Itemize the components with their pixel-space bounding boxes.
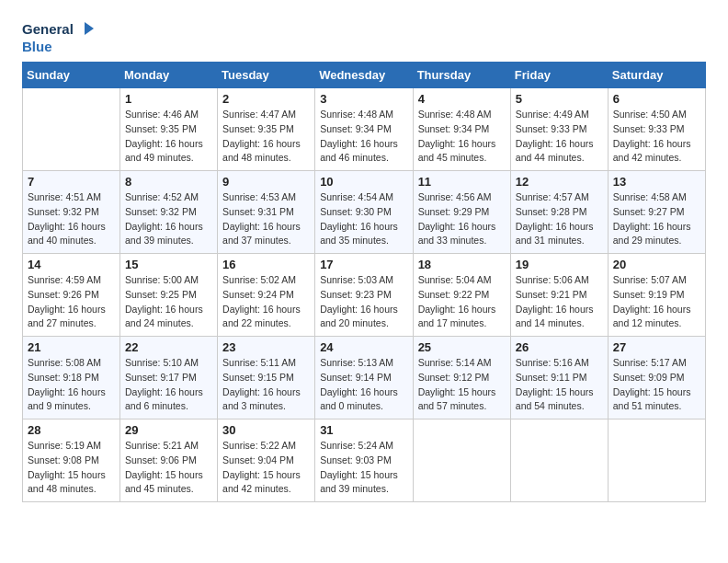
- day-number: 21: [28, 340, 115, 354]
- day-detail: Sunrise: 5:04 AMSunset: 9:22 PMDaylight:…: [418, 273, 506, 331]
- day-detail: Sunrise: 5:17 AMSunset: 9:09 PMDaylight:…: [613, 356, 700, 414]
- dow-header-monday: Monday: [120, 63, 218, 88]
- day-detail: Sunrise: 4:46 AMSunset: 9:35 PMDaylight:…: [125, 108, 212, 166]
- calendar-cell: 12Sunrise: 4:57 AMSunset: 9:28 PMDayligh…: [510, 171, 608, 254]
- day-detail: Sunrise: 5:03 AMSunset: 9:23 PMDaylight:…: [320, 273, 407, 331]
- day-detail: Sunrise: 5:16 AMSunset: 9:11 PMDaylight:…: [516, 356, 603, 414]
- day-detail: Sunrise: 5:02 AMSunset: 9:24 PMDaylight:…: [222, 273, 310, 331]
- day-number: 6: [613, 92, 700, 106]
- day-number: 25: [418, 340, 506, 354]
- day-detail: Sunrise: 5:11 AMSunset: 9:15 PMDaylight:…: [222, 356, 310, 414]
- day-number: 1: [125, 92, 212, 106]
- day-detail: Sunrise: 4:50 AMSunset: 9:33 PMDaylight:…: [613, 108, 700, 166]
- day-detail: Sunrise: 5:14 AMSunset: 9:12 PMDaylight:…: [418, 356, 506, 414]
- day-number: 19: [516, 258, 603, 271]
- dow-header-tuesday: Tuesday: [218, 63, 315, 88]
- week-row-1: 1Sunrise: 4:46 AMSunset: 9:35 PMDaylight…: [23, 88, 706, 171]
- calendar-cell: 29Sunrise: 5:21 AMSunset: 9:06 PMDayligh…: [120, 419, 218, 502]
- days-of-week-row: SundayMondayTuesdayWednesdayThursdayFrid…: [23, 63, 706, 88]
- day-number: 4: [418, 92, 506, 106]
- calendar-cell: 13Sunrise: 4:58 AMSunset: 9:27 PMDayligh…: [608, 171, 705, 254]
- day-detail: Sunrise: 5:08 AMSunset: 9:18 PMDaylight:…: [28, 356, 115, 414]
- day-number: 31: [320, 423, 407, 437]
- day-number: 17: [320, 258, 407, 271]
- day-number: 18: [418, 258, 506, 271]
- calendar-cell: 28Sunrise: 5:19 AMSunset: 9:08 PMDayligh…: [23, 419, 120, 502]
- calendar-cell: 16Sunrise: 5:02 AMSunset: 9:24 PMDayligh…: [218, 254, 315, 337]
- day-number: 12: [516, 175, 603, 189]
- calendar-cell: 20Sunrise: 5:07 AMSunset: 9:19 PMDayligh…: [608, 254, 705, 337]
- calendar-cell: 23Sunrise: 5:11 AMSunset: 9:15 PMDayligh…: [218, 337, 315, 419]
- day-detail: Sunrise: 5:22 AMSunset: 9:04 PMDaylight:…: [222, 439, 310, 497]
- calendar-cell: 21Sunrise: 5:08 AMSunset: 9:18 PMDayligh…: [23, 337, 120, 419]
- day-detail: Sunrise: 4:56 AMSunset: 9:29 PMDaylight:…: [418, 190, 506, 248]
- day-number: 28: [28, 423, 115, 437]
- calendar-cell: 3Sunrise: 4:48 AMSunset: 9:34 PMDaylight…: [315, 88, 413, 171]
- calendar-cell: [608, 419, 705, 502]
- day-detail: Sunrise: 4:59 AMSunset: 9:26 PMDaylight:…: [28, 273, 115, 331]
- calendar-cell: 26Sunrise: 5:16 AMSunset: 9:11 PMDayligh…: [510, 337, 608, 419]
- day-detail: Sunrise: 5:19 AMSunset: 9:08 PMDaylight:…: [28, 439, 115, 497]
- day-detail: Sunrise: 5:06 AMSunset: 9:21 PMDaylight:…: [516, 273, 603, 331]
- calendar-cell: 11Sunrise: 4:56 AMSunset: 9:29 PMDayligh…: [413, 171, 510, 254]
- day-number: 15: [125, 258, 212, 271]
- dow-header-thursday: Thursday: [413, 63, 510, 88]
- day-number: 16: [222, 258, 310, 271]
- calendar-cell: 1Sunrise: 4:46 AMSunset: 9:35 PMDaylight…: [120, 88, 218, 171]
- logo-blue: Blue: [22, 39, 52, 54]
- calendar-cell: 19Sunrise: 5:06 AMSunset: 9:21 PMDayligh…: [510, 254, 608, 337]
- calendar-cell: [23, 88, 120, 171]
- calendar-cell: 5Sunrise: 4:49 AMSunset: 9:33 PMDaylight…: [510, 88, 608, 171]
- day-detail: Sunrise: 5:10 AMSunset: 9:17 PMDaylight:…: [125, 356, 212, 414]
- day-number: 8: [125, 175, 212, 189]
- calendar-cell: 17Sunrise: 5:03 AMSunset: 9:23 PMDayligh…: [315, 254, 413, 337]
- day-detail: Sunrise: 5:07 AMSunset: 9:19 PMDaylight:…: [613, 273, 700, 331]
- week-row-2: 7Sunrise: 4:51 AMSunset: 9:32 PMDaylight…: [23, 171, 706, 254]
- svg-marker-0: [85, 22, 94, 35]
- day-number: 22: [125, 340, 212, 354]
- calendar-cell: 8Sunrise: 4:52 AMSunset: 9:32 PMDaylight…: [120, 171, 218, 254]
- calendar-cell: 30Sunrise: 5:22 AMSunset: 9:04 PMDayligh…: [218, 419, 315, 502]
- day-detail: Sunrise: 5:00 AMSunset: 9:25 PMDaylight:…: [125, 273, 212, 331]
- day-detail: Sunrise: 4:52 AMSunset: 9:32 PMDaylight:…: [125, 190, 212, 248]
- calendar-cell: 10Sunrise: 4:54 AMSunset: 9:30 PMDayligh…: [315, 171, 413, 254]
- calendar-cell: 31Sunrise: 5:24 AMSunset: 9:03 PMDayligh…: [315, 419, 413, 502]
- calendar-cell: 18Sunrise: 5:04 AMSunset: 9:22 PMDayligh…: [413, 254, 510, 337]
- day-detail: Sunrise: 4:53 AMSunset: 9:31 PMDaylight:…: [222, 190, 310, 248]
- day-detail: Sunrise: 4:57 AMSunset: 9:28 PMDaylight:…: [516, 190, 603, 248]
- calendar-cell: 15Sunrise: 5:00 AMSunset: 9:25 PMDayligh…: [120, 254, 218, 337]
- day-number: 20: [613, 258, 700, 271]
- calendar-cell: 6Sunrise: 4:50 AMSunset: 9:33 PMDaylight…: [608, 88, 705, 171]
- calendar-cell: [413, 419, 510, 502]
- week-row-4: 21Sunrise: 5:08 AMSunset: 9:18 PMDayligh…: [23, 337, 706, 419]
- day-number: 30: [222, 423, 310, 437]
- day-detail: Sunrise: 4:48 AMSunset: 9:34 PMDaylight:…: [320, 108, 407, 166]
- header: General Blue: [22, 18, 706, 54]
- calendar-cell: [510, 419, 608, 502]
- day-number: 11: [418, 175, 506, 189]
- logo-general: General: [22, 21, 74, 37]
- calendar-cell: 25Sunrise: 5:14 AMSunset: 9:12 PMDayligh…: [413, 337, 510, 419]
- day-number: 23: [222, 340, 310, 354]
- dow-header-friday: Friday: [510, 63, 608, 88]
- day-detail: Sunrise: 5:21 AMSunset: 9:06 PMDaylight:…: [125, 439, 212, 497]
- dow-header-wednesday: Wednesday: [315, 63, 413, 88]
- calendar-cell: 7Sunrise: 4:51 AMSunset: 9:32 PMDaylight…: [23, 171, 120, 254]
- day-number: 9: [222, 175, 310, 189]
- calendar-cell: 22Sunrise: 5:10 AMSunset: 9:17 PMDayligh…: [120, 337, 218, 419]
- day-detail: Sunrise: 4:49 AMSunset: 9:33 PMDaylight:…: [516, 108, 603, 166]
- day-number: 29: [125, 423, 212, 437]
- calendar-cell: 24Sunrise: 5:13 AMSunset: 9:14 PMDayligh…: [315, 337, 413, 419]
- day-number: 5: [516, 92, 603, 106]
- day-number: 13: [613, 175, 700, 189]
- day-detail: Sunrise: 4:48 AMSunset: 9:34 PMDaylight:…: [418, 108, 506, 166]
- day-number: 7: [28, 175, 115, 189]
- calendar-cell: 14Sunrise: 4:59 AMSunset: 9:26 PMDayligh…: [23, 254, 120, 337]
- dow-header-saturday: Saturday: [608, 63, 705, 88]
- calendar-cell: 2Sunrise: 4:47 AMSunset: 9:35 PMDaylight…: [218, 88, 315, 171]
- day-number: 3: [320, 92, 407, 106]
- day-detail: Sunrise: 4:47 AMSunset: 9:35 PMDaylight:…: [222, 108, 310, 166]
- day-number: 2: [222, 92, 310, 106]
- calendar: SundayMondayTuesdayWednesdayThursdayFrid…: [22, 62, 706, 502]
- logo-arrow-icon: [75, 18, 96, 39]
